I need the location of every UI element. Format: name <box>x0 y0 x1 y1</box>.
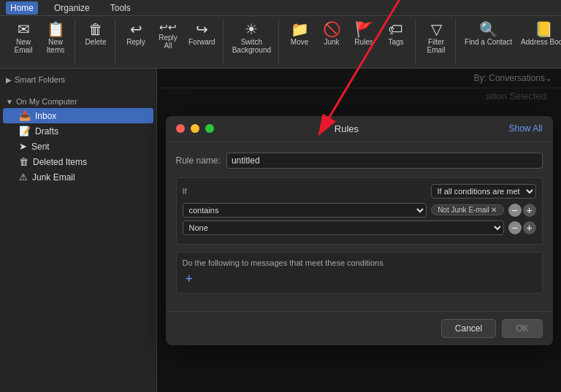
add-condition-1-button[interactable]: + <box>523 204 536 217</box>
address-book-label: Address Book <box>521 38 561 46</box>
forward-label: Forward <box>188 38 215 46</box>
on-my-computer-arrow: ▼ <box>6 98 13 106</box>
filter-label: FilterEmail <box>427 38 446 54</box>
menu-tools[interactable]: Tools <box>106 1 135 15</box>
cancel-button[interactable]: Cancel <box>441 319 496 338</box>
sidebar-item-junk[interactable]: ⚠ Junk Email <box>3 169 153 185</box>
inbox-icon: 📥 <box>19 110 31 121</box>
reply-icon: ↩ <box>130 22 142 36</box>
rule-name-label: Rule name: <box>176 155 221 166</box>
sidebar: ▶ Smart Folders ▼ On My Computer 📥 Inbox… <box>0 69 157 392</box>
conditions-if-label: If <box>183 187 187 196</box>
filter-email-button[interactable]: ▽ FilterEmail <box>421 20 451 55</box>
maximize-button[interactable] <box>205 124 214 133</box>
add-action-button[interactable]: + <box>183 272 196 287</box>
smart-folders-header[interactable]: ▶ Smart Folders <box>0 73 156 86</box>
new-items-icon: 📋 <box>47 22 65 36</box>
main-layout: ▶ Smart Folders ▼ On My Computer 📥 Inbox… <box>0 69 561 392</box>
new-email-icon: ✉ <box>18 22 30 36</box>
reply-button[interactable]: ↩ Reply <box>121 20 150 47</box>
rules-button[interactable]: 🚩 Rules <box>349 20 378 47</box>
reply-all-button[interactable]: ↩↩ ReplyAll <box>153 20 183 51</box>
junk-icon: 🚫 <box>323 22 341 36</box>
junk-button[interactable]: 🚫 Junk <box>317 20 346 47</box>
deleted-icon: 🗑 <box>19 156 28 167</box>
plusminus-2: − + <box>508 221 536 234</box>
rules-dialog: Rules Show All Rule name: If <box>166 116 553 345</box>
rule-name-row: Rule name: <box>176 153 543 169</box>
rules-icon: 🚩 <box>355 22 373 36</box>
actions-section: Do the following to messages that meet t… <box>176 252 543 293</box>
condition-row-1: contains Not Junk E-mail ✕ − + <box>183 203 536 218</box>
conditions-header: If If all conditions are met <box>183 184 536 199</box>
delete-label: Delete <box>85 38 107 46</box>
add-condition-2-button[interactable]: + <box>523 221 536 234</box>
ok-button[interactable]: OK <box>502 319 542 338</box>
switch-bg-icon: ☀ <box>245 22 258 36</box>
delete-button[interactable]: 🗑 Delete <box>81 20 110 47</box>
remove-condition-1-button[interactable]: − <box>508 204 522 217</box>
menu-organize[interactable]: Organize <box>50 1 94 15</box>
move-icon: 📁 <box>291 22 309 36</box>
sidebar-item-sent[interactable]: ➤ Sent <box>3 139 153 154</box>
rule-name-input[interactable] <box>226 153 543 169</box>
find-contact-button[interactable]: 🔍 Find a Contact <box>462 20 515 47</box>
new-email-button[interactable]: ✉ NewEmail <box>9 20 38 55</box>
tags-button[interactable]: 🏷 Tags <box>381 20 411 47</box>
smart-folders-label: Smart Folders <box>15 75 65 84</box>
add-action-row: + <box>183 272 536 287</box>
menu-home[interactable]: Home <box>6 1 38 15</box>
delete-icon: 🗑 <box>88 22 103 36</box>
on-my-computer-label: On My Computer <box>16 97 77 106</box>
reply-label: Reply <box>126 38 145 46</box>
forward-icon: ↪ <box>196 22 208 36</box>
minimize-button[interactable] <box>191 124 199 133</box>
sidebar-item-deleted[interactable]: 🗑 Deleted Items <box>3 154 153 169</box>
new-items-label: NewItems <box>47 38 64 54</box>
forward-button[interactable]: ↪ Forward <box>186 20 218 47</box>
find-contact-label: Find a Contact <box>465 38 512 46</box>
conditions-section: If If all conditions are met contains No… <box>176 177 543 245</box>
show-all-button[interactable]: Show All <box>508 123 542 134</box>
reply-all-icon: ↩↩ <box>159 22 177 32</box>
actions-label: Do the following to messages that meet t… <box>183 258 536 267</box>
condition-type-select-1[interactable]: contains <box>183 203 427 218</box>
ribbon-group-switch: ☀ SwitchBackground <box>225 19 279 65</box>
ribbon-group-delete: 🗑 Delete <box>77 19 115 65</box>
dialog-title: Rules <box>220 123 474 134</box>
on-my-computer-header[interactable]: ▼ On My Computer <box>0 95 156 108</box>
conditions-met-select[interactable]: If all conditions are met <box>431 184 536 199</box>
remove-condition-2-button[interactable]: − <box>508 221 522 234</box>
ribbon-group-new: ✉ NewEmail 📋 NewItems <box>4 19 75 65</box>
sent-icon: ➤ <box>19 141 27 152</box>
new-email-label: NewEmail <box>14 38 32 54</box>
address-book-button[interactable]: 📒 Address Book <box>518 20 561 47</box>
sidebar-item-inbox[interactable]: 📥 Inbox <box>3 108 153 123</box>
close-button[interactable] <box>176 124 185 133</box>
ribbon-group-reply: ↩ Reply ↩↩ ReplyAll ↪ Forward <box>117 19 224 65</box>
switch-background-button[interactable]: ☀ SwitchBackground <box>229 20 274 55</box>
content-area: By: Conversations ⌄ ation Selected Rules… <box>157 69 561 392</box>
on-my-computer-section: ▼ On My Computer 📥 Inbox 📝 Drafts ➤ Sent… <box>0 91 156 189</box>
new-items-button[interactable]: 📋 NewItems <box>41 20 70 55</box>
dialog-footer: Cancel OK <box>166 311 553 345</box>
switch-bg-label: SwitchBackground <box>232 38 271 54</box>
move-button[interactable]: 📁 Move <box>285 20 314 47</box>
tags-icon: 🏷 <box>389 22 403 36</box>
drafts-icon: 📝 <box>19 126 31 137</box>
junk-email-icon: ⚠ <box>19 172 28 182</box>
condition-badge-1: Not Junk E-mail ✕ <box>431 204 503 215</box>
smart-folders-arrow: ▶ <box>6 76 12 84</box>
find-contact-icon: 🔍 <box>479 22 497 36</box>
condition-type-select-2[interactable]: None <box>183 220 504 235</box>
junk-email-label: Junk Email <box>32 172 75 182</box>
dialog-title-bar: Rules Show All <box>166 116 553 142</box>
dialog-overlay: Rules Show All Rule name: If <box>157 69 561 392</box>
dialog-body: Rule name: If If all conditions are met <box>166 142 553 311</box>
ribbon: ✉ NewEmail 📋 NewItems 🗑 Delete ↩ Reply ↩… <box>0 16 561 69</box>
sidebar-item-drafts[interactable]: 📝 Drafts <box>3 123 153 139</box>
inbox-label: Inbox <box>35 111 56 121</box>
address-book-icon: 📒 <box>535 22 553 36</box>
drafts-label: Drafts <box>35 126 58 137</box>
condition-row-2: None − + <box>183 220 536 235</box>
